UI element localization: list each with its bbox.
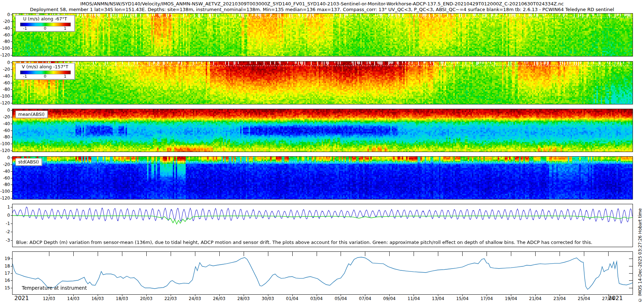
- temperature-line-plot: [13, 252, 633, 294]
- y-tick: [11, 137, 13, 137]
- y-tick: [11, 63, 13, 63]
- x-tick-label: 28/03: [237, 296, 250, 301]
- y-tick-label: -80: [0, 87, 10, 92]
- x-tick-label: 20/03: [140, 296, 152, 301]
- y-tick-label: -40: [0, 121, 10, 126]
- y-tick-label: 0: [0, 213, 10, 218]
- y-tick: [11, 41, 13, 42]
- x-tick-label: 09/04: [383, 296, 396, 301]
- y-tick: [11, 76, 13, 77]
- y-tick: [11, 48, 13, 49]
- depth-annotation: Blue: ADCP Depth (m) variation from sens…: [16, 240, 592, 245]
- u-velocity-heatmap: [13, 14, 633, 56]
- y-tick: [11, 215, 13, 216]
- y-tick: [11, 198, 13, 198]
- x-tick-label: 19/04: [505, 296, 517, 301]
- x-tick: [292, 294, 293, 296]
- y-tick-label: -2: [0, 229, 10, 234]
- y-tick: [11, 28, 13, 29]
- x-tick-label: 27/04: [602, 296, 615, 301]
- x-tick-label: 30/03: [262, 296, 274, 301]
- std-absi-legend: std(ABSI): [15, 158, 42, 166]
- title-line-1: IMOS/ANMN/NSW/SYD140/Velocity/IMOS_ANMN-…: [0, 1, 644, 6]
- y-tick: [11, 55, 13, 55]
- y-tick-label: -3: [0, 238, 10, 243]
- y-tick-label: -60: [0, 128, 10, 133]
- y-tick-label: -20: [0, 114, 10, 119]
- y-tick-label: -1: [0, 221, 10, 226]
- colorbar-tick-label: 1: [64, 74, 67, 79]
- x-tick-label: 22/03: [164, 296, 177, 301]
- y-tick-label: 0: [0, 155, 10, 160]
- y-tick-label: 0: [0, 108, 10, 113]
- y-tick: [11, 165, 13, 165]
- y-tick-label: -80: [0, 134, 10, 139]
- y-tick: [11, 89, 13, 90]
- x-tick-label: 11/04: [408, 296, 420, 301]
- x-tick: [608, 294, 609, 296]
- x-tick: [560, 294, 560, 296]
- y-tick-label: 15: [0, 285, 10, 290]
- y-tick-label: -20: [0, 162, 10, 167]
- y-tick: [11, 178, 13, 178]
- x-tick: [73, 294, 74, 296]
- v-velocity-heatmap: [13, 62, 633, 104]
- y-tick-label: -40: [0, 169, 10, 174]
- panel-std-absi: std(ABSI): [13, 157, 633, 199]
- y-tick: [11, 83, 13, 83]
- x-tick: [511, 294, 511, 296]
- y-tick: [11, 21, 13, 22]
- x-tick-label: 24/03: [189, 296, 201, 301]
- y-tick: [11, 266, 13, 266]
- x-tick: [268, 294, 268, 296]
- y-tick: [11, 15, 13, 15]
- y-tick-label: 0: [0, 60, 10, 65]
- x-tick: [438, 294, 438, 296]
- y-tick: [11, 158, 13, 158]
- y-tick: [11, 273, 13, 274]
- y-tick: [11, 35, 13, 35]
- x-tick: [535, 294, 536, 296]
- x-tick: [171, 294, 171, 296]
- y-tick-label: -80: [0, 182, 10, 187]
- x-axis-year-start: 2021: [14, 295, 29, 301]
- x-tick: [122, 294, 122, 296]
- copyright-watermark: © IMOS 14-Dec-2025 03:27:26 Hobart time: [638, 173, 643, 303]
- y-tick: [11, 288, 13, 288]
- y-tick-label: -120: [0, 148, 10, 153]
- panel-mean-absi: mean(ABSI): [13, 109, 633, 152]
- x-tick: [341, 294, 341, 296]
- colorbar-tick-label: -1: [23, 74, 27, 79]
- temperature-label: Temperature at instrument: [22, 285, 87, 291]
- mean-absi-legend: mean(ABSI): [15, 111, 48, 118]
- y-tick-label: -40: [0, 74, 10, 79]
- x-tick: [389, 294, 390, 296]
- y-tick: [11, 280, 13, 281]
- y-tick: [11, 232, 13, 232]
- x-tick-label: 01/04: [286, 296, 298, 301]
- y-tick: [11, 124, 13, 124]
- y-tick-label: -60: [0, 33, 10, 38]
- x-tick-label: 25/04: [578, 296, 590, 301]
- x-tick-label: 14/03: [67, 296, 80, 301]
- y-tick-label: -20: [0, 67, 10, 72]
- panel-v-velocity: V (m/s) along -157°T -101: [13, 62, 633, 104]
- panel-adcp-depth: Blue: ADCP Depth (m) variation from sens…: [13, 204, 633, 247]
- y-tick: [11, 171, 13, 172]
- colorbar-tick-label: 1: [64, 26, 67, 31]
- v-legend-title: V (m/s) along -157°T: [16, 64, 74, 69]
- x-tick-label: 03/04: [310, 296, 323, 301]
- y-tick: [11, 131, 13, 131]
- y-tick: [11, 117, 13, 117]
- u-legend-title: U (m/s) along -67°T: [16, 16, 74, 21]
- colorbar-tick-label: 0: [44, 26, 47, 31]
- x-tick: [49, 294, 49, 296]
- y-tick: [11, 144, 13, 144]
- y-tick: [11, 207, 13, 207]
- y-tick: [11, 110, 13, 111]
- x-tick-label: 16/03: [92, 296, 104, 301]
- x-tick-label: 12/03: [43, 296, 55, 301]
- x-tick-label: 23/04: [553, 296, 566, 301]
- y-tick: [11, 224, 13, 224]
- title-line-2: Deployment 58, member 1 lat=34S lon=151.…: [0, 7, 644, 12]
